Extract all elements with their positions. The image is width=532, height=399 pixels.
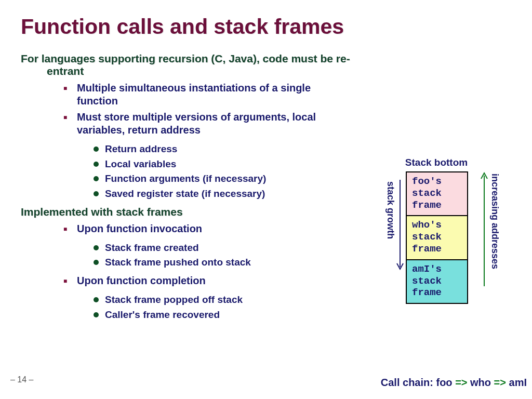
sub-bullet-list-3: Stack frame popped off stack Caller's fr… <box>21 294 353 321</box>
bullet-list-1: Multiple simultaneous instantiations of … <box>21 82 353 137</box>
arrow-icon: => <box>455 377 467 388</box>
arrow-icon: => <box>494 377 506 388</box>
list-item: Local variables <box>94 158 353 171</box>
stack-frame-foo: foo's stack frame <box>407 172 467 216</box>
stack-frame-who: who's stack frame <box>407 216 467 260</box>
sub-bullet-list-2: Stack frame created Stack frame pushed o… <box>21 242 353 269</box>
addresses-label: increasing addresses <box>489 174 500 269</box>
stack-diagram: Stack bottom foo's stack frame who's sta… <box>346 157 523 385</box>
list-item: Return address <box>94 143 353 156</box>
list-item: Function arguments (if necessary) <box>94 172 353 185</box>
lead-paragraph-1: For languages supporting recursion (C, J… <box>21 52 353 77</box>
lead-paragraph-2: Implemented with stack frames <box>21 206 353 218</box>
stack-frame-ami: amI's stack frame <box>407 260 467 304</box>
down-arrow-icon <box>396 178 404 271</box>
list-item: Multiple simultaneous instantiations of … <box>63 82 353 108</box>
stack-frames: foo's stack frame who's stack frame amI'… <box>406 171 468 304</box>
list-item: Saved register state (if necessary) <box>94 188 353 201</box>
stack-bottom-label: Stack bottom <box>395 157 478 168</box>
list-item: Stack frame pushed onto stack <box>94 256 353 269</box>
call-chain-mid: who <box>468 377 494 388</box>
stack-growth-label: stack growth <box>385 181 396 239</box>
list-item: Stack frame created <box>94 242 353 255</box>
list-item: Upon function invocation <box>63 222 353 235</box>
slide: Function calls and stack frames For lang… <box>0 0 532 399</box>
call-chain-prefix: Call chain: foo <box>381 377 455 388</box>
slide-title: Function calls and stack frames <box>21 15 511 39</box>
list-item: Upon function completion <box>63 274 353 287</box>
bullet-list-2: Upon function invocation <box>21 222 353 235</box>
call-chain-label: Call chain: foo => who => amI <box>381 377 527 389</box>
list-item: Must store multiple versions of argument… <box>63 111 353 137</box>
call-chain-end: amI <box>506 377 527 388</box>
up-arrow-icon <box>481 171 488 288</box>
bullet-list-3: Upon function completion <box>21 274 353 287</box>
list-item: Stack frame popped off stack <box>94 294 353 307</box>
list-item: Caller's frame recovered <box>94 309 353 322</box>
sub-bullet-list-1: Return address Local variables Function … <box>21 143 353 201</box>
page-number: – 14 – <box>10 375 33 384</box>
